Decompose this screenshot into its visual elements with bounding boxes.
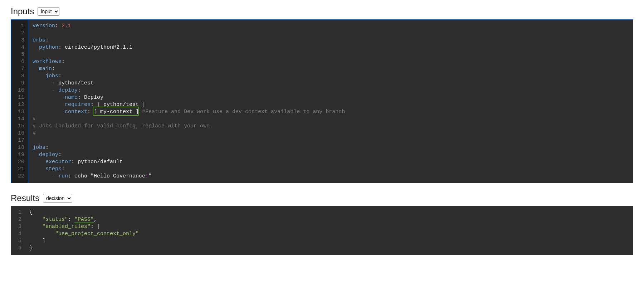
code-line[interactable]: jobs:	[33, 144, 345, 151]
line-number: 14	[14, 116, 24, 123]
line-number: 2	[14, 216, 21, 223]
line-number: 9	[14, 80, 24, 87]
line-number: 7	[14, 65, 24, 73]
code-line[interactable]: - python/test	[33, 80, 345, 87]
inputs-selector[interactable]: input	[38, 7, 59, 16]
code-line[interactable]: orbs:	[33, 37, 345, 44]
code-line[interactable]: {	[29, 209, 139, 216]
code-line[interactable]: python: circleci/python@2.1.1	[33, 44, 345, 51]
line-number: 12	[14, 101, 24, 108]
line-number: 2	[14, 30, 24, 37]
results-code[interactable]: { "status": "PASS", "enabled_rules": [ "…	[25, 206, 143, 255]
code-line[interactable]: "enabled_rules": [	[29, 223, 139, 230]
line-number: 22	[14, 173, 24, 180]
code-line[interactable]	[33, 51, 345, 58]
line-number: 15	[14, 123, 24, 130]
results-editor[interactable]: 123456 { "status": "PASS", "enabled_rule…	[11, 206, 633, 255]
line-number: 1	[14, 209, 21, 216]
code-line[interactable]: }	[29, 245, 139, 252]
code-line[interactable]: #	[33, 130, 345, 137]
line-number: 8	[14, 73, 24, 80]
line-number: 4	[14, 230, 21, 238]
line-number: 6	[14, 245, 21, 252]
code-line[interactable]: main:	[33, 65, 345, 73]
line-number: 11	[14, 94, 24, 101]
code-line[interactable]: name: Deploy	[33, 94, 345, 101]
code-line[interactable]: jobs:	[33, 73, 345, 80]
results-header: Results decision	[11, 193, 633, 203]
line-number: 6	[14, 58, 24, 65]
inputs-gutter: 12345678910111213141516171819202122	[11, 20, 28, 183]
code-line[interactable]: steps:	[33, 166, 345, 173]
results-selector[interactable]: decision	[43, 194, 72, 203]
code-line[interactable]	[33, 30, 345, 37]
code-line[interactable]: executor: python/default	[33, 159, 345, 166]
line-number: 16	[14, 130, 24, 137]
line-number: 3	[14, 37, 24, 44]
line-number: 3	[14, 223, 21, 230]
code-line[interactable]: "use_project_context_only"	[29, 230, 139, 238]
code-line[interactable]: context: [ my-context ] #Feature and Dev…	[33, 108, 345, 116]
code-line[interactable]: ]	[29, 238, 139, 245]
code-line[interactable]: version: 2.1	[33, 23, 345, 30]
inputs-header: Inputs input	[11, 6, 633, 16]
code-line[interactable]: #	[33, 116, 345, 123]
code-line[interactable]: # Jobs included for valid config, replac…	[33, 123, 345, 130]
line-number: 20	[14, 159, 24, 166]
line-number: 21	[14, 166, 24, 173]
inputs-code[interactable]: version: 2.1orbs: python: circleci/pytho…	[28, 20, 349, 183]
line-number: 10	[14, 87, 24, 94]
line-number: 5	[14, 238, 21, 245]
results-title: Results	[11, 193, 39, 203]
code-line[interactable]	[33, 137, 345, 144]
code-line[interactable]: - run: echo "Hello Governance!"	[33, 173, 345, 180]
code-line[interactable]: requires: [ python/test ]	[33, 101, 345, 108]
code-line[interactable]: "status": "PASS",	[29, 216, 139, 223]
line-number: 13	[14, 108, 24, 116]
inputs-title: Inputs	[11, 6, 34, 16]
line-number: 4	[14, 44, 24, 51]
line-number: 17	[14, 137, 24, 144]
code-line[interactable]: workflows:	[33, 58, 345, 65]
line-number: 18	[14, 144, 24, 151]
inputs-editor[interactable]: 12345678910111213141516171819202122 vers…	[11, 19, 633, 183]
line-number: 19	[14, 151, 24, 159]
line-number: 1	[14, 23, 24, 30]
code-line[interactable]: - deploy:	[33, 87, 345, 94]
results-gutter: 123456	[11, 206, 25, 255]
code-line[interactable]: deploy:	[33, 151, 345, 159]
line-number: 5	[14, 51, 24, 58]
